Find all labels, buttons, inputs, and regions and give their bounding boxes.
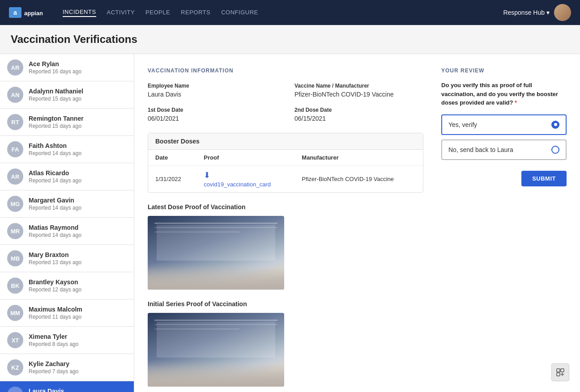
person-info: Mary Braxton Reported 13 days ago [29,251,127,266]
person-name: Mary Braxton [29,251,127,258]
person-name: Remington Tanner [29,115,127,122]
person-name: Ximena Tyler [29,333,127,340]
person-initials: AR [7,59,23,76]
nav-configure[interactable]: CONFIGURE [221,9,258,17]
booster-proof: ⬇ covid19_vaccination_card [196,166,294,193]
person-info: Maximus Malcolm Reported 11 days ago [29,306,127,320]
proof-download-link[interactable]: ⬇ covid19_vaccination_card [204,170,287,188]
person-item[interactable]: XT Ximena Tyler Reported 8 days ago [0,327,134,354]
info-grid: Employee Name Laura Davis Vaccine Name /… [148,83,423,122]
no-send-back-label: No, send back to Laura [448,146,513,153]
person-name: Adalynn Nathaniel [29,88,127,95]
person-info: Ximena Tyler Reported 8 days ago [29,333,127,347]
nav-reports[interactable]: REPORTS [181,9,210,17]
person-item[interactable]: MM Maximus Malcolm Reported 11 days ago [0,299,134,327]
radio-yes-verify[interactable]: Yes, verify [441,114,567,135]
nav-right: Response Hub ▾ [503,4,571,21]
person-item[interactable]: BK Brantley Kayson Reported 12 days ago [0,272,134,299]
booster-section: Booster Doses Date Proof Manufacturer 1/… [148,133,423,193]
latest-proof-title: Latest Dose Proof of Vaccination [148,203,423,211]
person-reported: Reported 11 days ago [29,314,127,320]
person-initials: XT [7,332,23,348]
appian-logo[interactable]: a appian [9,5,45,20]
page-title: Vaccination Verifications [11,33,569,46]
svg-text:appian: appian [24,10,43,17]
person-item[interactable]: KZ Kylie Zachary Reported 7 days ago [0,354,134,381]
booster-col-manufacturer: Manufacturer [294,150,423,166]
person-info: Brantley Kayson Reported 12 days ago [29,278,127,293]
download-icon: ⬇ [204,170,210,180]
person-reported: Reported 13 days ago [29,259,127,266]
review-section-title: YOUR REVIEW [441,67,567,74]
radio-no-circle [551,146,559,154]
employee-name-field: Employee Name Laura Davis [148,83,277,98]
person-item[interactable]: LD Laura Davis Reported today › [0,381,134,392]
nav-links: INCIDENTS ACTIVITY PEOPLE REPORTS CONFIG… [63,8,490,17]
person-reported: Reported 12 days ago [29,287,127,293]
person-reported: Reported 14 days ago [29,150,127,156]
nav-activity[interactable]: ACTIVITY [107,9,135,17]
svg-rect-5 [557,373,560,376]
nav-incidents[interactable]: INCIDENTS [63,8,96,17]
person-reported: Reported 16 days ago [29,68,127,75]
person-item[interactable]: AR Ace Rylan Reported 16 days ago [0,54,134,81]
main-layout: AR Ace Rylan Reported 16 days ago AN Ada… [0,54,580,392]
initial-proof-image [148,313,284,387]
person-item[interactable]: MB Mary Braxton Reported 13 days ago [0,245,134,272]
person-info: Remington Tanner Reported 15 days ago [29,115,127,129]
yes-verify-label: Yes, verify [448,121,477,128]
employee-name-label: Employee Name [148,83,277,89]
person-item[interactable]: MG Margaret Gavin Reported 14 days ago [0,190,134,218]
person-reported: Reported 8 days ago [29,341,127,347]
nav-people[interactable]: PEOPLE [145,9,170,17]
review-panel: YOUR REVIEW Do you verify this as proof … [441,67,567,380]
booster-date: 1/31/2022 [148,166,196,193]
person-reported: Reported 14 days ago [29,205,127,211]
person-item[interactable]: RT Remington Tanner Reported 15 days ago [0,109,134,136]
person-initials: MG [7,196,23,212]
svg-rect-3 [557,369,560,372]
user-avatar[interactable] [554,4,571,21]
person-initials: MB [7,250,23,266]
person-info: Margaret Gavin Reported 14 days ago [29,197,127,211]
required-marker: * [515,99,517,106]
person-initials: MR [7,223,23,239]
dose1-date-field: 1st Dose Date 06/01/2021 [148,107,277,122]
person-initials: FA [7,141,23,157]
booster-manufacturer: Pfizer-BioNTech COVID-19 Vaccine [294,166,423,193]
person-name: Maximus Malcolm [29,306,127,313]
review-question: Do you verify this as proof of full vacc… [441,81,567,107]
person-item[interactable]: FA Faith Ashton Reported 14 days ago [0,136,134,163]
sidebar: AR Ace Rylan Reported 16 days ago AN Ada… [0,54,134,392]
radio-yes-circle [551,121,559,129]
latest-proof-image [148,216,284,290]
person-item[interactable]: AN Adalynn Nathaniel Reported 15 days ag… [0,81,134,109]
booster-col-proof: Proof [196,150,294,166]
person-reported: Reported 14 days ago [29,177,127,184]
dose2-date-value: 06/15/2021 [294,115,423,122]
submit-button[interactable]: SUBMIT [521,171,567,186]
person-initials: LD [7,387,23,392]
vaccine-name-field: Vaccine Name / Manufacturer Pfizer-BioNT… [294,83,423,98]
person-item[interactable]: AR Atlas Ricardo Reported 14 days ago [0,163,134,190]
corner-action-icon[interactable] [551,363,569,381]
person-info: Atlas Ricardo Reported 14 days ago [29,169,127,184]
person-item[interactable]: MR Matias Raymond Reported 14 days ago [0,218,134,245]
person-initials: AR [7,169,23,185]
svg-rect-4 [561,369,564,372]
response-hub-button[interactable]: Response Hub ▾ [503,9,550,16]
person-name: Ace Rylan [29,60,127,67]
booster-row: 1/31/2022 ⬇ covid19_vaccination_card Pfi… [148,166,423,193]
person-initials: AN [7,87,23,103]
person-initials: BK [7,278,23,294]
vaccine-name-value: Pfizer-BioNTech COVID-19 Vaccine [294,91,423,98]
person-name: Laura Davis [29,388,119,392]
person-initials: RT [7,114,23,130]
booster-col-date: Date [148,150,196,166]
employee-name-value: Laura Davis [148,91,277,98]
radio-no-send-back[interactable]: No, send back to Laura [441,139,567,160]
person-name: Kylie Zachary [29,360,127,367]
booster-table: Date Proof Manufacturer 1/31/2022 ⬇ covi… [148,150,423,192]
person-name: Brantley Kayson [29,278,127,286]
person-reported: Reported 15 days ago [29,123,127,129]
